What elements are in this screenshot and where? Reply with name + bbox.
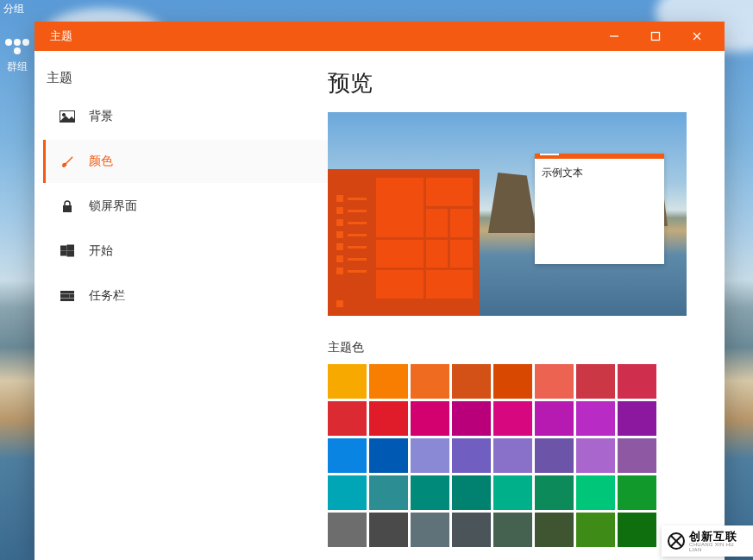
color-swatch[interactable] xyxy=(618,513,656,547)
preview-rock xyxy=(488,173,537,233)
color-swatch[interactable] xyxy=(452,401,491,436)
window-maximize-button[interactable] xyxy=(637,24,675,48)
minimize-icon xyxy=(609,31,619,41)
svg-rect-13 xyxy=(70,295,74,298)
color-swatch[interactable] xyxy=(618,401,656,436)
nav-item-start[interactable]: 开始 xyxy=(43,230,328,273)
theme-preview: 示例文本 xyxy=(328,112,687,316)
svg-rect-1 xyxy=(652,33,660,41)
color-swatch[interactable] xyxy=(535,438,574,473)
color-swatch[interactable] xyxy=(411,475,449,510)
window-close-button[interactable] xyxy=(678,24,716,48)
color-swatch[interactable] xyxy=(369,475,408,510)
brand-sub: CHUANG XIN HU LIAN xyxy=(689,542,748,552)
settings-window: 主题 主题 背景 xyxy=(35,22,725,560)
color-swatch[interactable] xyxy=(493,475,532,510)
svg-rect-11 xyxy=(60,291,74,293)
nav-item-label: 背景 xyxy=(89,109,113,124)
color-swatch[interactable] xyxy=(576,401,615,436)
color-swatch[interactable] xyxy=(328,364,367,399)
svg-rect-14 xyxy=(60,299,74,301)
color-swatch[interactable] xyxy=(411,513,449,547)
color-swatch[interactable] xyxy=(535,401,574,436)
color-swatch[interactable] xyxy=(618,364,656,399)
color-swatch[interactable] xyxy=(493,401,532,436)
color-swatch[interactable] xyxy=(618,475,656,510)
color-swatch[interactable] xyxy=(535,364,574,399)
nav-header: 主题 xyxy=(43,66,328,95)
svg-rect-6 xyxy=(63,205,72,212)
picture-icon xyxy=(60,109,75,124)
color-swatch[interactable] xyxy=(493,364,532,399)
color-swatch[interactable] xyxy=(493,513,532,547)
color-swatch[interactable] xyxy=(452,364,491,399)
color-swatch[interactable] xyxy=(328,513,367,547)
nav-item-color[interactable]: 颜色 xyxy=(43,140,328,183)
nav-item-lockscreen[interactable]: 锁屏界面 xyxy=(43,185,328,228)
color-swatch[interactable] xyxy=(369,513,408,547)
color-swatch[interactable] xyxy=(411,401,449,436)
color-swatch[interactable] xyxy=(452,438,491,473)
color-swatch[interactable] xyxy=(576,438,615,473)
color-swatch[interactable] xyxy=(576,364,615,399)
color-swatch[interactable] xyxy=(452,475,491,510)
brush-icon xyxy=(60,154,75,169)
color-swatch[interactable] xyxy=(328,438,367,473)
svg-rect-10 xyxy=(67,251,74,256)
preview-sample-window: 示例文本 xyxy=(535,154,664,264)
stub-paw-label: 群组 xyxy=(0,60,35,74)
nav-item-label: 颜色 xyxy=(89,154,113,169)
color-swatch[interactable] xyxy=(535,513,574,547)
color-swatch[interactable] xyxy=(618,438,656,473)
window-titlebar[interactable]: 主题 xyxy=(35,22,725,51)
color-swatch-grid xyxy=(328,364,656,547)
maximize-icon xyxy=(650,31,661,41)
people-icon[interactable] xyxy=(5,37,29,56)
preview-tiles xyxy=(376,178,473,299)
color-swatch[interactable] xyxy=(493,438,532,473)
preview-start-panel xyxy=(328,169,480,316)
svg-rect-12 xyxy=(60,295,69,298)
lock-icon xyxy=(60,198,75,214)
color-swatch[interactable] xyxy=(535,475,574,510)
brand-logo-icon xyxy=(667,532,686,551)
left-stub: 分组 群组 xyxy=(0,0,35,104)
windows-icon xyxy=(60,243,75,259)
color-swatch[interactable] xyxy=(576,513,615,547)
window-minimize-button[interactable] xyxy=(595,24,633,48)
nav-item-label: 锁屏界面 xyxy=(89,198,137,214)
color-swatch[interactable] xyxy=(369,401,408,436)
brand-name: 创新互联 xyxy=(689,531,748,542)
svg-point-5 xyxy=(62,113,65,116)
window-title: 主题 xyxy=(50,28,595,44)
color-swatch[interactable] xyxy=(369,438,408,473)
taskbar-icon xyxy=(60,288,75,304)
color-swatch[interactable] xyxy=(411,438,449,473)
close-icon xyxy=(692,31,702,41)
svg-rect-9 xyxy=(60,251,66,255)
color-swatch[interactable] xyxy=(328,401,367,436)
svg-rect-7 xyxy=(60,246,66,250)
nav-item-background[interactable]: 背景 xyxy=(43,95,328,138)
preview-sample-text: 示例文本 xyxy=(535,159,664,187)
preview-menu-lines xyxy=(336,178,367,309)
brand-watermark: 创新互联 CHUANG XIN HU LIAN xyxy=(662,525,753,557)
preview-heading: 预览 xyxy=(328,68,716,98)
nav-item-taskbar[interactable]: 任务栏 xyxy=(43,274,328,318)
settings-nav: 主题 背景 颜色 锁屏界面 xyxy=(35,51,328,560)
color-swatch[interactable] xyxy=(369,364,408,399)
svg-rect-8 xyxy=(67,245,74,250)
nav-item-label: 开始 xyxy=(89,243,113,259)
color-swatch[interactable] xyxy=(328,475,367,510)
content-pane: 预览 xyxy=(328,51,725,560)
color-swatch[interactable] xyxy=(411,364,449,399)
theme-color-label: 主题色 xyxy=(328,340,716,356)
nav-item-label: 任务栏 xyxy=(89,288,125,304)
color-swatch[interactable] xyxy=(452,513,491,547)
color-swatch[interactable] xyxy=(576,475,615,510)
stub-top-tag: 分组 xyxy=(0,0,35,18)
